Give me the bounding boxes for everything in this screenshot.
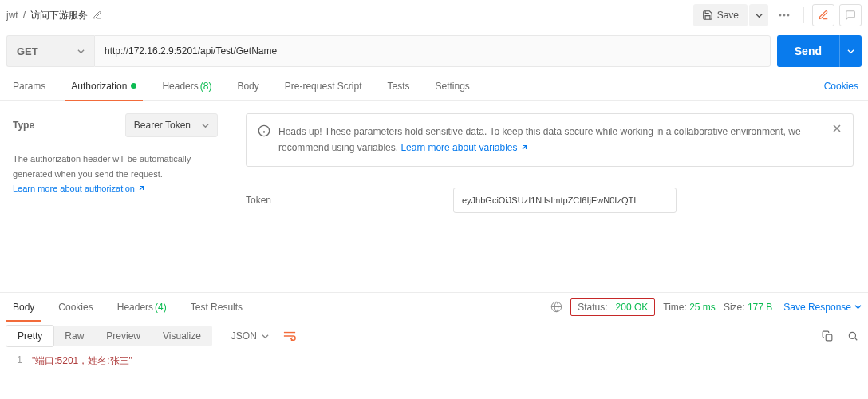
time-label: Time:	[663, 302, 687, 313]
size-label: Size:	[724, 302, 745, 313]
save-icon	[702, 10, 713, 21]
chevron-down-icon	[202, 122, 209, 129]
chevron-down-icon	[77, 48, 85, 55]
size-indicator: Size: 177 B	[724, 302, 772, 313]
token-label: Token	[246, 195, 453, 206]
send-dropdown-caret[interactable]	[839, 35, 862, 67]
breadcrumb-current: 访问下游服务	[30, 9, 88, 22]
save-button[interactable]: Save	[693, 4, 748, 26]
http-method-select[interactable]: GET	[6, 35, 94, 67]
size-value: 177 B	[748, 302, 772, 313]
line-wrap-icon	[283, 330, 296, 342]
auth-type-select[interactable]: Bearer Token	[125, 113, 218, 137]
breadcrumb-sep: /	[23, 10, 26, 21]
more-options-button[interactable]	[773, 4, 795, 26]
save-response-button[interactable]: Save Response	[783, 302, 862, 313]
svg-point-2	[787, 14, 790, 17]
view-tab-raw[interactable]: Raw	[53, 326, 95, 346]
tab-settings[interactable]: Settings	[429, 72, 476, 101]
tab-prerequest[interactable]: Pre-request Script	[278, 72, 369, 101]
body-language-value: JSON	[231, 330, 257, 342]
response-line-1: "端口:5201，姓名:张三"	[32, 354, 132, 368]
view-tab-pretty[interactable]: Pretty	[6, 325, 54, 347]
divider	[803, 7, 804, 23]
chevron-down-icon	[262, 333, 269, 340]
learn-authorization-label: Learn more about authorization	[13, 181, 135, 196]
external-link-icon	[137, 185, 144, 192]
tab-tests[interactable]: Tests	[381, 72, 416, 101]
time-indicator: Time: 25 ms	[663, 302, 716, 313]
chevron-down-icon	[847, 48, 854, 55]
send-button[interactable]: Send	[777, 35, 839, 67]
edit-icon[interactable]	[93, 10, 102, 20]
pencil-icon	[818, 10, 829, 21]
learn-variables-link[interactable]: Learn more about variables	[400, 140, 527, 156]
token-input[interactable]	[453, 188, 677, 213]
response-body[interactable]: 1 "端口:5201，姓名:张三"	[0, 351, 868, 371]
auth-desc-text: The authorization header will be automat…	[13, 154, 191, 179]
svg-line-11	[855, 338, 858, 341]
close-icon	[832, 124, 842, 133]
globe-icon[interactable]	[550, 301, 562, 313]
copy-response-button[interactable]	[819, 327, 836, 345]
comment-icon	[845, 10, 856, 21]
breadcrumb-parent[interactable]: jwt	[6, 10, 18, 21]
tab-authorization-label: Authorization	[71, 81, 127, 92]
save-response-label: Save Response	[783, 302, 851, 313]
status-indicator: Status: 200 OK	[570, 298, 655, 316]
line-number: 1	[0, 354, 32, 368]
tab-params[interactable]: Params	[6, 72, 52, 101]
search-response-button[interactable]	[844, 327, 862, 345]
info-icon	[258, 124, 270, 137]
tab-headers-count: (8)	[200, 81, 212, 92]
svg-point-10	[849, 332, 855, 338]
resp-tab-cookies[interactable]: Cookies	[52, 293, 99, 322]
body-language-select[interactable]: JSON	[223, 326, 277, 346]
alert-text: Heads up! These parameters hold sensitiv…	[278, 126, 801, 153]
save-button-label: Save	[717, 10, 739, 21]
learn-variables-label: Learn more about variables	[400, 140, 517, 156]
svg-rect-9	[826, 334, 832, 341]
edit-button[interactable]	[812, 4, 834, 26]
save-dropdown-caret[interactable]	[749, 4, 768, 26]
tab-authorization[interactable]: Authorization	[65, 72, 143, 101]
http-method-value: GET	[17, 45, 38, 57]
tab-headers[interactable]: Headers (8)	[156, 72, 218, 101]
cookies-link[interactable]: Cookies	[821, 81, 862, 92]
tab-body[interactable]: Body	[231, 72, 265, 101]
breadcrumb: jwt / 访问下游服务	[6, 9, 693, 22]
resp-tab-headers-label: Headers	[117, 302, 153, 313]
url-input[interactable]	[94, 35, 771, 67]
active-dot-icon	[131, 83, 136, 89]
view-tab-preview[interactable]: Preview	[95, 326, 152, 346]
line-wrap-button[interactable]	[283, 330, 296, 342]
auth-description: The authorization header will be automat…	[13, 152, 218, 196]
time-value: 25 ms	[689, 302, 716, 313]
copy-icon	[822, 330, 833, 342]
view-mode-tabs: Pretty Raw Preview Visualize	[6, 326, 212, 346]
comment-button[interactable]	[839, 4, 862, 26]
tab-headers-label: Headers	[162, 81, 198, 92]
close-alert-button[interactable]	[832, 124, 842, 133]
auth-type-label: Type	[13, 120, 34, 131]
chevron-down-icon	[756, 12, 763, 19]
learn-authorization-link[interactable]: Learn more about authorization	[13, 181, 144, 196]
resp-tab-headers[interactable]: Headers (4)	[111, 293, 173, 322]
status-value: 200 OK	[616, 302, 649, 313]
svg-point-0	[779, 14, 782, 17]
svg-point-1	[783, 14, 786, 17]
external-link-icon	[520, 144, 527, 152]
ellipsis-icon	[779, 14, 790, 17]
auth-type-value: Bearer Token	[134, 120, 191, 131]
chevron-down-icon	[854, 303, 862, 310]
search-icon	[847, 330, 858, 342]
resp-tab-test-results[interactable]: Test Results	[184, 293, 249, 322]
status-label: Status:	[578, 302, 607, 313]
resp-tab-body[interactable]: Body	[6, 293, 41, 322]
resp-tab-headers-count: (4)	[155, 302, 167, 313]
view-tab-visualize[interactable]: Visualize	[152, 326, 212, 346]
sensitive-data-alert: Heads up! These parameters hold sensitiv…	[246, 113, 854, 167]
